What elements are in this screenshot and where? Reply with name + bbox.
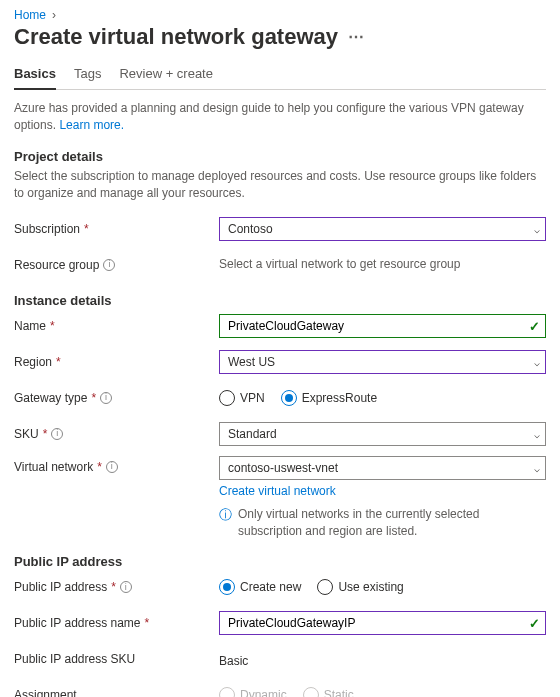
vnet-label: Virtual network	[14, 460, 93, 474]
section-project-heading: Project details	[14, 149, 546, 164]
create-vnet-link[interactable]: Create virtual network	[219, 484, 336, 498]
info-icon[interactable]: i	[100, 392, 112, 404]
pip-sku-label: Public IP address SKU	[14, 652, 135, 666]
required-icon: *	[50, 319, 55, 333]
assignment-label: Assignment	[14, 688, 77, 697]
radio-static: Static	[303, 687, 354, 697]
required-icon: *	[84, 222, 89, 236]
gateway-type-label: Gateway type	[14, 391, 87, 405]
radio-icon	[317, 579, 333, 595]
resource-group-helper: Select a virtual network to get resource…	[219, 256, 546, 273]
name-input[interactable]	[219, 314, 546, 338]
resource-group-label: Resource group	[14, 258, 99, 272]
vnet-info: ⓘ Only virtual networks in the currently…	[219, 506, 546, 541]
section-publicip-heading: Public IP address	[14, 554, 546, 569]
pip-sku-value: Basic	[219, 650, 546, 668]
intro-text: Azure has provided a planning and design…	[14, 100, 546, 135]
section-instance-heading: Instance details	[14, 293, 546, 308]
info-icon[interactable]: i	[51, 428, 63, 440]
region-label: Region	[14, 355, 52, 369]
page-title: Create virtual network gateway ⋯	[14, 24, 546, 50]
radio-expressroute[interactable]: ExpressRoute	[281, 390, 377, 406]
radio-icon	[303, 687, 319, 697]
info-icon[interactable]: i	[103, 259, 115, 271]
info-icon[interactable]: i	[106, 461, 118, 473]
tab-basics[interactable]: Basics	[14, 60, 56, 89]
radio-vpn[interactable]: VPN	[219, 390, 265, 406]
subscription-label: Subscription	[14, 222, 80, 236]
required-icon: *	[56, 355, 61, 369]
tab-review[interactable]: Review + create	[119, 60, 213, 89]
pip-mode-label: Public IP address	[14, 580, 107, 594]
required-icon: *	[91, 391, 96, 405]
info-bullet-icon: ⓘ	[219, 506, 232, 541]
region-select[interactable]: West US ⌵	[219, 350, 546, 374]
tab-bar: Basics Tags Review + create	[14, 60, 546, 90]
subscription-select[interactable]: Contoso ⌵	[219, 217, 546, 241]
radio-icon	[219, 687, 235, 697]
tab-tags[interactable]: Tags	[74, 60, 101, 89]
check-icon: ✓	[529, 616, 540, 631]
radio-icon	[219, 390, 235, 406]
check-icon: ✓	[529, 318, 540, 333]
pip-name-input[interactable]	[219, 611, 546, 635]
info-icon[interactable]: i	[120, 581, 132, 593]
required-icon: *	[43, 427, 48, 441]
breadcrumb-home[interactable]: Home	[14, 8, 46, 22]
required-icon: *	[111, 580, 116, 594]
section-project-desc: Select the subscription to manage deploy…	[14, 168, 546, 203]
name-label: Name	[14, 319, 46, 333]
radio-icon	[219, 579, 235, 595]
pip-name-label: Public IP address name	[14, 616, 141, 630]
required-icon: *	[97, 460, 102, 474]
required-icon: *	[145, 616, 150, 630]
vnet-select[interactable]: contoso-uswest-vnet ⌵	[219, 456, 546, 480]
sku-select[interactable]: Standard ⌵	[219, 422, 546, 446]
sku-label: SKU	[14, 427, 39, 441]
radio-icon	[281, 390, 297, 406]
ellipsis-icon[interactable]: ⋯	[348, 29, 364, 45]
radio-create-new[interactable]: Create new	[219, 579, 301, 595]
chevron-right-icon: ›	[52, 8, 56, 22]
learn-more-link[interactable]: Learn more.	[59, 118, 124, 132]
radio-use-existing[interactable]: Use existing	[317, 579, 403, 595]
radio-dynamic: Dynamic	[219, 687, 287, 697]
breadcrumb: Home ›	[14, 8, 546, 22]
